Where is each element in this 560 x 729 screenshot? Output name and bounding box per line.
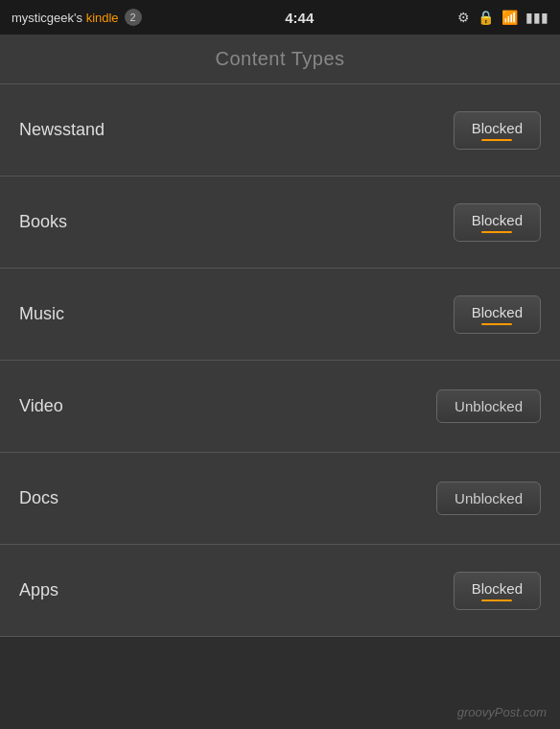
status-left: mysticgeek's kindle 2 xyxy=(12,9,142,26)
row-music: MusicBlocked xyxy=(0,269,560,361)
device-kindle-text: kindle xyxy=(86,11,119,25)
label-docs: Docs xyxy=(19,488,58,508)
btn-books[interactable]: Blocked xyxy=(454,203,541,242)
status-bar: mysticgeek's kindle 2 4:44 ⚙ 🔒 📶 ▮▮▮ xyxy=(0,0,560,35)
status-time: 4:44 xyxy=(285,10,314,26)
btn-apps[interactable]: Blocked xyxy=(454,572,541,610)
wifi-icon: 📶 xyxy=(502,10,518,25)
label-books: Books xyxy=(19,212,67,232)
label-newsstand: Newsstand xyxy=(19,120,105,140)
lock-icon: 🔒 xyxy=(478,10,494,25)
btn-video[interactable]: Unblocked xyxy=(436,389,541,423)
row-newsstand: NewsstandBlocked xyxy=(0,84,560,176)
row-docs: DocsUnblocked xyxy=(0,453,560,545)
gear-icon: ⚙ xyxy=(457,10,470,25)
device-name-text: mysticgeek's xyxy=(12,11,86,25)
page-title-bar: Content Types xyxy=(0,35,560,84)
device-name: mysticgeek's kindle xyxy=(12,11,119,25)
btn-docs[interactable]: Unblocked xyxy=(436,482,541,515)
row-video: VideoUnblocked xyxy=(0,361,560,453)
row-books: BooksBlocked xyxy=(0,176,560,269)
label-music: Music xyxy=(19,304,64,324)
watermark: groovyPost.com xyxy=(457,705,547,719)
notification-badge: 2 xyxy=(125,9,142,26)
btn-music[interactable]: Blocked xyxy=(454,295,541,334)
status-icons: ⚙ 🔒 📶 ▮▮▮ xyxy=(457,10,548,25)
battery-icon: ▮▮▮ xyxy=(525,10,548,25)
btn-newsstand[interactable]: Blocked xyxy=(454,111,541,150)
content-list: NewsstandBlockedBooksBlockedMusicBlocked… xyxy=(0,84,560,637)
row-apps: AppsBlocked xyxy=(0,545,560,637)
label-video: Video xyxy=(19,396,63,416)
label-apps: Apps xyxy=(19,580,58,600)
page-title: Content Types xyxy=(215,48,344,70)
